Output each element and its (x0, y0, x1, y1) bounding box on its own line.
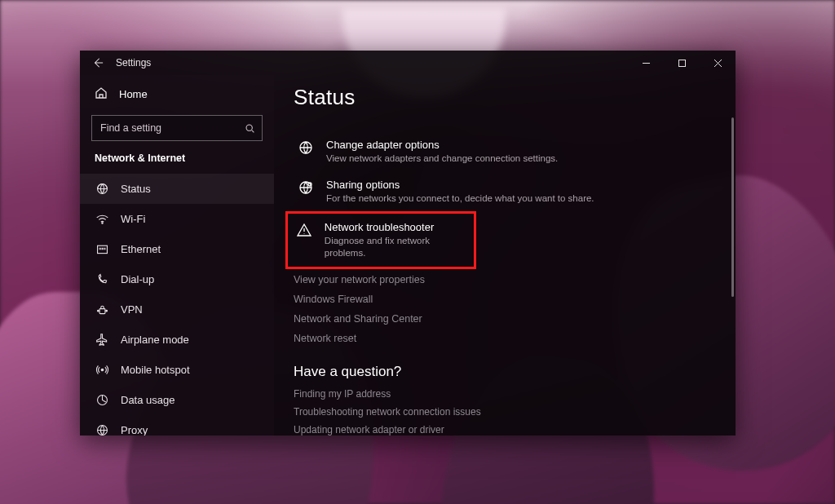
help-find-ip[interactable]: Finding my IP address (294, 388, 716, 400)
sidebar-item-label: Ethernet (121, 243, 161, 255)
option-label: Change adapter options (326, 138, 558, 153)
ethernet-icon (95, 242, 109, 256)
home-nav[interactable]: Home (80, 78, 274, 110)
option-label: Sharing options (326, 178, 594, 192)
main-content: Status Change adapter options View netwo… (274, 75, 736, 435)
sidebar-category: Network & Internet (80, 153, 274, 174)
close-icon (714, 59, 722, 68)
sidebar-item-label: Status (121, 183, 151, 195)
sidebar-item-hotspot[interactable]: Mobile hotspot (80, 355, 274, 385)
sidebar-item-datausage[interactable]: Data usage (80, 385, 274, 415)
option-desc: View network adapters and change connect… (326, 153, 558, 166)
warning-icon (296, 222, 313, 238)
option-sharing[interactable]: Sharing options For the networks you con… (294, 171, 643, 211)
page-title: Status (294, 85, 716, 110)
hotspot-icon (95, 363, 109, 377)
sidebar-item-proxy[interactable]: Proxy (80, 415, 274, 435)
arrow-left-icon (92, 57, 104, 69)
link-network-reset[interactable]: Network reset (294, 333, 716, 344)
back-button[interactable] (80, 51, 116, 75)
sidebar-item-airplane[interactable]: Airplane mode (80, 325, 274, 355)
sidebar-item-label: Proxy (121, 424, 148, 435)
svg-point-3 (101, 223, 102, 223)
option-troubleshooter[interactable]: Network troubleshooter Diagnose and fix … (285, 211, 476, 269)
globe-icon (297, 139, 315, 156)
window-title: Settings (116, 57, 151, 69)
title-bar: Settings (80, 51, 736, 75)
svg-point-1 (246, 125, 252, 130)
option-desc: For the networks you connect to, decide … (326, 192, 594, 206)
maximize-icon (678, 59, 687, 68)
link-windows-firewall[interactable]: Windows Firewall (294, 294, 716, 305)
link-network-properties[interactable]: View your network properties (294, 274, 716, 285)
svg-point-6 (97, 310, 99, 312)
sidebar-item-label: Data usage (121, 394, 175, 406)
link-sharing-center[interactable]: Network and Sharing Center (294, 313, 716, 325)
minimize-icon (642, 59, 651, 68)
home-icon (95, 86, 108, 102)
sidebar-item-label: Wi-Fi (121, 213, 145, 225)
proxy-icon (95, 423, 109, 435)
help-links: Finding my IP address Troubleshooting ne… (294, 388, 716, 435)
option-change-adapter[interactable]: Change adapter options View network adap… (294, 131, 643, 171)
share-icon (297, 179, 315, 196)
search-icon (245, 123, 255, 134)
svg-point-7 (105, 310, 107, 312)
status-icon (95, 182, 109, 196)
sidebar-item-wifi[interactable]: Wi-Fi (80, 204, 274, 234)
sidebar-item-dialup[interactable]: Dial-up (80, 264, 274, 294)
related-links: View your network properties Windows Fir… (294, 274, 716, 344)
sidebar: Home Network & Internet Status Wi-Fi (80, 75, 274, 435)
search-input[interactable] (99, 122, 245, 135)
wifi-icon (95, 212, 109, 226)
airplane-icon (95, 333, 109, 347)
have-a-question-heading: Have a question? (294, 364, 716, 380)
help-troubleshoot-connection[interactable]: Troubleshooting network connection issue… (294, 406, 716, 418)
maximize-button[interactable] (664, 51, 700, 75)
sidebar-item-vpn[interactable]: VPN (80, 294, 274, 325)
minimize-button[interactable] (628, 51, 664, 75)
sidebar-item-label: Airplane mode (121, 334, 189, 346)
scrollbar-thumb[interactable] (731, 117, 734, 297)
sidebar-item-label: Dial-up (121, 273, 154, 285)
close-button[interactable] (700, 51, 736, 75)
vpn-icon (95, 303, 109, 316)
sidebar-item-label: VPN (121, 303, 143, 316)
option-label: Network troubleshooter (325, 220, 466, 235)
home-label: Home (119, 88, 148, 100)
data-usage-icon (95, 393, 109, 407)
option-desc: Diagnose and fix network problems. (325, 235, 466, 260)
sidebar-nav-list: Status Wi-Fi Ethernet Dial-up VPN (80, 174, 274, 435)
svg-point-8 (101, 369, 104, 371)
sidebar-item-label: Mobile hotspot (121, 364, 190, 376)
dialup-icon (95, 272, 109, 286)
svg-rect-0 (678, 60, 685, 66)
sidebar-item-status[interactable]: Status (80, 174, 274, 204)
settings-window: Settings Home (80, 51, 736, 435)
svg-rect-5 (99, 309, 105, 314)
search-box[interactable] (91, 115, 263, 141)
sidebar-item-ethernet[interactable]: Ethernet (80, 234, 274, 264)
help-update-adapter[interactable]: Updating network adapter or driver (294, 424, 716, 435)
